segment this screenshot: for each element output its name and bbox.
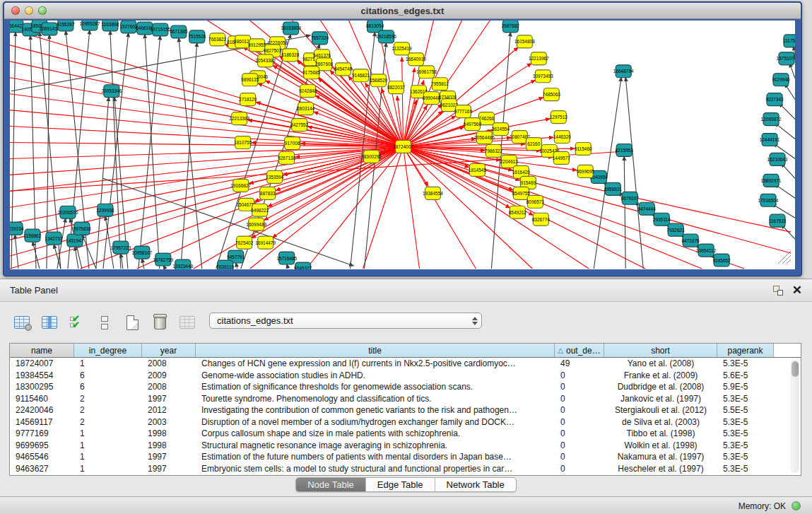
graph-node[interactable]: 9155287 [57, 21, 75, 31]
graph-node[interactable]: 16154808 [514, 35, 535, 48]
graph-node[interactable]: 7986322 [485, 145, 503, 158]
graph-node[interactable]: 9129946 [772, 74, 790, 86]
table-row[interactable]: 946362711997Embryonic stem cells: a mode… [10, 463, 801, 475]
graph-node[interactable]: 12093872 [761, 113, 782, 126]
graph-node[interactable]: 7932621 [667, 223, 686, 236]
graph-node[interactable]: 1297513 [550, 111, 568, 124]
graph-node[interactable]: 17957223 [110, 241, 131, 254]
graph-node[interactable]: 20206576 [58, 206, 78, 218]
graph-node[interactable]: 9245652 [712, 254, 731, 267]
graph-node[interactable]: 1239154 [10, 222, 24, 235]
graph-node[interactable]: 8096573 [526, 195, 545, 208]
network-canvas[interactable]: 1664421190557218505012069143691552871095… [10, 21, 795, 269]
graph-node[interactable]: 9474444 [638, 202, 657, 215]
graph-node[interactable]: 9146821 [352, 69, 370, 82]
graph-hub-node[interactable]: 18724007 [393, 141, 413, 153]
graph-node[interactable]: 16961758 [416, 66, 437, 78]
graph-node[interactable]: 2803144 [297, 103, 315, 115]
graph-node[interactable]: 887833 [260, 187, 276, 199]
graph-node[interactable]: 19166827 [230, 179, 251, 192]
graph-node[interactable]: 18300295 [361, 150, 382, 163]
tab-edge-table[interactable]: Edge Table [366, 478, 435, 491]
graph-node[interactable]: 9115460 [575, 143, 592, 156]
graph-node[interactable]: 9777169 [454, 105, 473, 118]
graph-node[interactable]: 10654112 [696, 244, 717, 257]
delete-table-icon[interactable] [151, 313, 169, 332]
graph-node[interactable]: 6679197 [621, 192, 640, 204]
graph-node[interactable]: 1810755 [234, 136, 252, 149]
network-view-window[interactable]: citations_edges.txt 16644211905572185050… [3, 1, 802, 276]
graph-node[interactable]: 1588520 [370, 74, 388, 87]
graph-node[interactable]: 1163898 [102, 21, 119, 31]
graph-node[interactable]: 8990448 [423, 92, 441, 105]
graph-node[interactable]: 12213383 [229, 112, 249, 125]
graph-node[interactable]: 9975838 [73, 222, 91, 235]
import-table-icon[interactable] [178, 313, 196, 332]
table-vertical-scrollbar[interactable] [790, 360, 799, 473]
table-row[interactable]: 911546021997Tourette syndrome. Phenomeno… [10, 393, 801, 405]
graph-node[interactable]: 19218596 [376, 30, 396, 43]
table-row[interactable]: 2242004622012Investigating the contribut… [10, 404, 801, 416]
table-settings-icon[interactable] [13, 313, 31, 332]
graph-node[interactable]: 9227343 [765, 93, 784, 106]
column-header-year[interactable]: year [142, 344, 196, 357]
graph-node[interactable]: 1353594 [266, 170, 284, 183]
graph-node[interactable]: 8958921 [604, 182, 623, 195]
zoom-window-icon[interactable] [38, 6, 47, 15]
graph-node[interactable]: 7636119 [216, 260, 234, 269]
new-table-icon[interactable] [123, 313, 141, 332]
graph-node[interactable]: 1449577 [553, 151, 571, 164]
graph-node[interactable]: 1451947 [66, 234, 84, 247]
graph-node[interactable]: 15716485 [276, 252, 297, 264]
graph-node[interactable]: 12213967 [529, 52, 549, 65]
graph-node[interactable]: 10973493 [533, 70, 553, 83]
graph-node[interactable]: 6671385 [170, 25, 188, 38]
graph-node[interactable]: 8471676 [682, 234, 700, 247]
graph-node[interactable]: 7625402 [235, 236, 254, 249]
graph-node[interactable]: 8454749 [334, 63, 353, 76]
graph-node[interactable]: 8215953 [616, 144, 634, 157]
graph-node[interactable]: 10958107 [131, 246, 152, 259]
graph-node[interactable]: 2687682 [502, 21, 520, 33]
graph-node[interactable]: 15751074 [777, 52, 795, 65]
graph-node[interactable]: 20053346 [101, 85, 122, 98]
graph-node[interactable]: 3624554 [492, 123, 510, 136]
graph-node[interactable]: 2718120 [239, 93, 257, 106]
graph-node[interactable]: 1117546 [783, 35, 795, 47]
graph-node[interactable]: 16914479 [255, 236, 276, 249]
graph-node[interactable]: 17016504 [758, 194, 779, 206]
graph-node[interactable]: 8186328 [281, 49, 300, 62]
graph-node[interactable]: 1156862 [24, 229, 42, 242]
graph-node[interactable]: 8427552 [290, 119, 309, 132]
table-row[interactable]: 977716911998Corpus callosum shape and si… [10, 428, 801, 440]
table-row[interactable]: 1456911722003Disruption of a novel membe… [10, 416, 801, 428]
graph-node[interactable]: 1814545 [469, 163, 487, 176]
graph-node[interactable]: 7857224 [311, 32, 329, 45]
graph-node[interactable]: 6497568 [464, 118, 482, 131]
graph-node[interactable]: 10719155 [150, 23, 170, 36]
graph-node[interactable]: 9242848 [299, 85, 317, 98]
show-columns-icon[interactable] [40, 313, 59, 332]
minimize-window-icon[interactable] [25, 6, 33, 15]
column-header-in_degree[interactable]: in_degree [74, 344, 142, 357]
table-row[interactable]: 1938455462009Genome-wide association stu… [10, 370, 801, 382]
graph-node[interactable]: 16099489 [246, 218, 266, 230]
graph-node[interactable]: 10955287 [79, 21, 100, 30]
graph-node[interactable]: 1446320 [553, 131, 572, 144]
select-all-columns-icon[interactable]: ✔✔ [68, 313, 86, 332]
graph-node[interactable]: 16210643 [767, 153, 788, 165]
graph-node[interactable]: 16648794 [613, 65, 634, 78]
graph-node[interactable]: 9498222 [251, 204, 269, 216]
graph-node[interactable]: 16033809 [281, 22, 301, 35]
graph-node[interactable]: 7515526 [188, 30, 206, 43]
graph-node[interactable]: 12923448 [172, 259, 193, 269]
graph-node[interactable]: 16782759 [153, 253, 173, 266]
column-header-out_de[interactable]: △out_de… [555, 344, 604, 357]
graph-node[interactable]: 9175685 [302, 66, 321, 79]
graph-node[interactable]: 1299938 [96, 204, 114, 216]
row-height-icon[interactable] [95, 313, 114, 332]
graph-node[interactable]: 1527602 [119, 21, 138, 33]
graph-node[interactable]: 2935114 [653, 213, 671, 226]
column-header-short[interactable]: short [604, 344, 717, 357]
graph-node[interactable]: 20564486 [474, 132, 495, 144]
